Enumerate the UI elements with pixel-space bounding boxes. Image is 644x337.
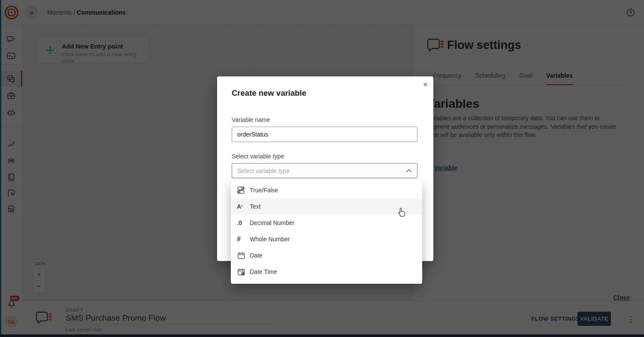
chevron-up-icon [406,169,412,173]
modal-title: Create new variable [232,88,306,98]
dropdown-option-date[interactable]: Date [231,247,422,264]
calendar-clock-icon [237,267,250,276]
variable-type-label: Select variable type [232,153,284,160]
dropdown-option-true-false[interactable]: True/False [231,182,422,198]
option-label: Decimal Number [250,219,294,226]
option-label: Whole Number [250,236,290,243]
variable-name-label: Variable name [232,116,270,123]
text-icon: Aº [237,203,250,210]
option-label: Date Time [250,268,277,275]
decimal-icon: .0 [237,219,250,226]
option-label: Text [250,203,261,210]
dropdown-option-text[interactable]: Aº Text [231,198,422,215]
mouse-cursor [397,207,407,218]
variable-type-select[interactable]: Select variable type [232,163,417,178]
close-icon[interactable]: × [423,80,428,88]
dropdown-option-whole-number[interactable]: # Whole Number [231,231,422,247]
option-label: Date [250,252,263,259]
hash-icon: # [237,235,250,243]
app-screen: » Moments / Communications ? [0,0,644,337]
toggle-icon [237,186,250,194]
calendar-icon [237,251,250,260]
select-placeholder: Select variable type [237,167,406,174]
variable-type-dropdown: True/False Aº Text .0 Decimal Number # W… [231,180,422,284]
dropdown-option-date-time[interactable]: Date Time [231,264,422,280]
variable-name-input[interactable] [232,127,417,142]
dropdown-option-decimal-number[interactable]: .0 Decimal Number [231,215,422,231]
option-label: True/False [250,187,278,194]
